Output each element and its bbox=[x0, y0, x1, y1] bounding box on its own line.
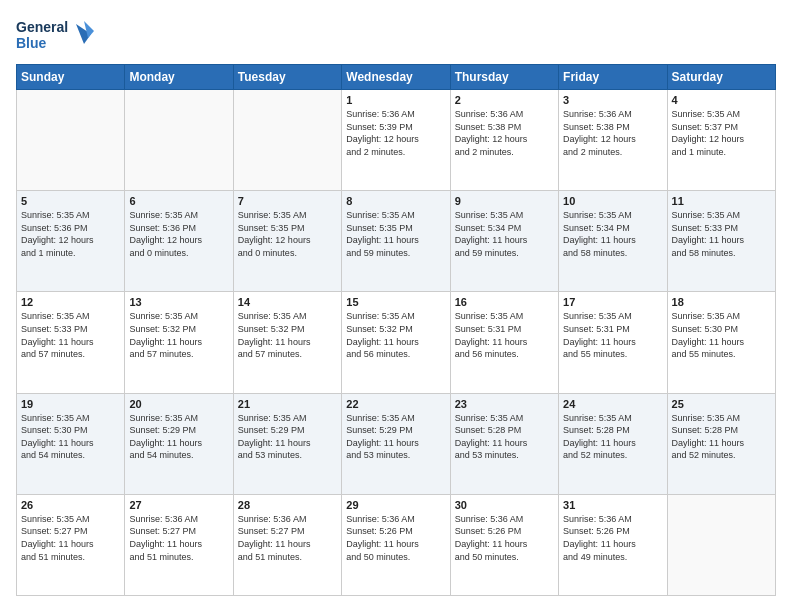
day-number: 3 bbox=[563, 94, 662, 106]
day-number: 22 bbox=[346, 398, 445, 410]
calendar-table: Sunday Monday Tuesday Wednesday Thursday… bbox=[16, 64, 776, 596]
day-number: 24 bbox=[563, 398, 662, 410]
calendar-week-row: 26Sunrise: 5:35 AM Sunset: 5:27 PM Dayli… bbox=[17, 494, 776, 595]
day-number: 16 bbox=[455, 296, 554, 308]
header-thursday: Thursday bbox=[450, 65, 558, 90]
calendar-cell: 16Sunrise: 5:35 AM Sunset: 5:31 PM Dayli… bbox=[450, 292, 558, 393]
day-info: Sunrise: 5:35 AM Sunset: 5:30 PM Dayligh… bbox=[21, 412, 120, 462]
day-info: Sunrise: 5:35 AM Sunset: 5:36 PM Dayligh… bbox=[21, 209, 120, 259]
calendar-cell: 28Sunrise: 5:36 AM Sunset: 5:27 PM Dayli… bbox=[233, 494, 341, 595]
header-saturday: Saturday bbox=[667, 65, 775, 90]
day-info: Sunrise: 5:36 AM Sunset: 5:26 PM Dayligh… bbox=[563, 513, 662, 563]
day-info: Sunrise: 5:35 AM Sunset: 5:32 PM Dayligh… bbox=[129, 310, 228, 360]
day-info: Sunrise: 5:36 AM Sunset: 5:26 PM Dayligh… bbox=[455, 513, 554, 563]
day-info: Sunrise: 5:35 AM Sunset: 5:31 PM Dayligh… bbox=[563, 310, 662, 360]
day-number: 1 bbox=[346, 94, 445, 106]
calendar-cell: 3Sunrise: 5:36 AM Sunset: 5:38 PM Daylig… bbox=[559, 90, 667, 191]
calendar-cell: 31Sunrise: 5:36 AM Sunset: 5:26 PM Dayli… bbox=[559, 494, 667, 595]
calendar-cell: 17Sunrise: 5:35 AM Sunset: 5:31 PM Dayli… bbox=[559, 292, 667, 393]
day-number: 6 bbox=[129, 195, 228, 207]
calendar-cell bbox=[233, 90, 341, 191]
calendar-cell bbox=[17, 90, 125, 191]
calendar-cell: 9Sunrise: 5:35 AM Sunset: 5:34 PM Daylig… bbox=[450, 191, 558, 292]
day-number: 26 bbox=[21, 499, 120, 511]
day-number: 29 bbox=[346, 499, 445, 511]
calendar-cell: 24Sunrise: 5:35 AM Sunset: 5:28 PM Dayli… bbox=[559, 393, 667, 494]
calendar-cell: 30Sunrise: 5:36 AM Sunset: 5:26 PM Dayli… bbox=[450, 494, 558, 595]
calendar-cell: 20Sunrise: 5:35 AM Sunset: 5:29 PM Dayli… bbox=[125, 393, 233, 494]
calendar-cell: 2Sunrise: 5:36 AM Sunset: 5:38 PM Daylig… bbox=[450, 90, 558, 191]
calendar-cell: 21Sunrise: 5:35 AM Sunset: 5:29 PM Dayli… bbox=[233, 393, 341, 494]
day-number: 8 bbox=[346, 195, 445, 207]
calendar-cell: 15Sunrise: 5:35 AM Sunset: 5:32 PM Dayli… bbox=[342, 292, 450, 393]
calendar-cell: 6Sunrise: 5:35 AM Sunset: 5:36 PM Daylig… bbox=[125, 191, 233, 292]
day-number: 19 bbox=[21, 398, 120, 410]
calendar-cell: 27Sunrise: 5:36 AM Sunset: 5:27 PM Dayli… bbox=[125, 494, 233, 595]
calendar-cell: 5Sunrise: 5:35 AM Sunset: 5:36 PM Daylig… bbox=[17, 191, 125, 292]
day-info: Sunrise: 5:36 AM Sunset: 5:27 PM Dayligh… bbox=[238, 513, 337, 563]
calendar-cell: 7Sunrise: 5:35 AM Sunset: 5:35 PM Daylig… bbox=[233, 191, 341, 292]
day-info: Sunrise: 5:35 AM Sunset: 5:30 PM Dayligh… bbox=[672, 310, 771, 360]
day-number: 14 bbox=[238, 296, 337, 308]
calendar-cell: 13Sunrise: 5:35 AM Sunset: 5:32 PM Dayli… bbox=[125, 292, 233, 393]
header-monday: Monday bbox=[125, 65, 233, 90]
header-wednesday: Wednesday bbox=[342, 65, 450, 90]
calendar-cell: 19Sunrise: 5:35 AM Sunset: 5:30 PM Dayli… bbox=[17, 393, 125, 494]
header: General Blue bbox=[16, 16, 776, 54]
day-number: 13 bbox=[129, 296, 228, 308]
header-sunday: Sunday bbox=[17, 65, 125, 90]
calendar-cell: 23Sunrise: 5:35 AM Sunset: 5:28 PM Dayli… bbox=[450, 393, 558, 494]
day-number: 31 bbox=[563, 499, 662, 511]
header-friday: Friday bbox=[559, 65, 667, 90]
day-number: 27 bbox=[129, 499, 228, 511]
svg-text:General: General bbox=[16, 19, 68, 35]
calendar-cell bbox=[125, 90, 233, 191]
day-number: 18 bbox=[672, 296, 771, 308]
calendar-cell: 29Sunrise: 5:36 AM Sunset: 5:26 PM Dayli… bbox=[342, 494, 450, 595]
day-info: Sunrise: 5:35 AM Sunset: 5:32 PM Dayligh… bbox=[238, 310, 337, 360]
day-number: 17 bbox=[563, 296, 662, 308]
header-tuesday: Tuesday bbox=[233, 65, 341, 90]
day-info: Sunrise: 5:35 AM Sunset: 5:33 PM Dayligh… bbox=[21, 310, 120, 360]
day-info: Sunrise: 5:35 AM Sunset: 5:28 PM Dayligh… bbox=[672, 412, 771, 462]
calendar-cell: 12Sunrise: 5:35 AM Sunset: 5:33 PM Dayli… bbox=[17, 292, 125, 393]
calendar-week-row: 12Sunrise: 5:35 AM Sunset: 5:33 PM Dayli… bbox=[17, 292, 776, 393]
calendar-week-row: 1Sunrise: 5:36 AM Sunset: 5:39 PM Daylig… bbox=[17, 90, 776, 191]
day-info: Sunrise: 5:35 AM Sunset: 5:29 PM Dayligh… bbox=[346, 412, 445, 462]
day-info: Sunrise: 5:35 AM Sunset: 5:27 PM Dayligh… bbox=[21, 513, 120, 563]
calendar-week-row: 19Sunrise: 5:35 AM Sunset: 5:30 PM Dayli… bbox=[17, 393, 776, 494]
calendar-cell: 1Sunrise: 5:36 AM Sunset: 5:39 PM Daylig… bbox=[342, 90, 450, 191]
day-info: Sunrise: 5:36 AM Sunset: 5:39 PM Dayligh… bbox=[346, 108, 445, 158]
day-info: Sunrise: 5:36 AM Sunset: 5:27 PM Dayligh… bbox=[129, 513, 228, 563]
day-number: 4 bbox=[672, 94, 771, 106]
page: General Blue Sunday Monday Tuesday Wedne… bbox=[0, 0, 792, 612]
day-info: Sunrise: 5:36 AM Sunset: 5:38 PM Dayligh… bbox=[563, 108, 662, 158]
day-number: 23 bbox=[455, 398, 554, 410]
calendar-cell: 10Sunrise: 5:35 AM Sunset: 5:34 PM Dayli… bbox=[559, 191, 667, 292]
day-info: Sunrise: 5:35 AM Sunset: 5:33 PM Dayligh… bbox=[672, 209, 771, 259]
day-info: Sunrise: 5:35 AM Sunset: 5:28 PM Dayligh… bbox=[563, 412, 662, 462]
logo-icon: General Blue bbox=[16, 16, 96, 54]
day-number: 30 bbox=[455, 499, 554, 511]
day-info: Sunrise: 5:35 AM Sunset: 5:29 PM Dayligh… bbox=[129, 412, 228, 462]
calendar-cell: 18Sunrise: 5:35 AM Sunset: 5:30 PM Dayli… bbox=[667, 292, 775, 393]
day-info: Sunrise: 5:35 AM Sunset: 5:34 PM Dayligh… bbox=[563, 209, 662, 259]
day-info: Sunrise: 5:36 AM Sunset: 5:26 PM Dayligh… bbox=[346, 513, 445, 563]
calendar-cell: 11Sunrise: 5:35 AM Sunset: 5:33 PM Dayli… bbox=[667, 191, 775, 292]
calendar-cell bbox=[667, 494, 775, 595]
day-number: 20 bbox=[129, 398, 228, 410]
day-number: 25 bbox=[672, 398, 771, 410]
day-number: 10 bbox=[563, 195, 662, 207]
calendar-cell: 22Sunrise: 5:35 AM Sunset: 5:29 PM Dayli… bbox=[342, 393, 450, 494]
day-number: 15 bbox=[346, 296, 445, 308]
calendar-cell: 26Sunrise: 5:35 AM Sunset: 5:27 PM Dayli… bbox=[17, 494, 125, 595]
calendar-cell: 25Sunrise: 5:35 AM Sunset: 5:28 PM Dayli… bbox=[667, 393, 775, 494]
day-number: 9 bbox=[455, 195, 554, 207]
weekday-header-row: Sunday Monday Tuesday Wednesday Thursday… bbox=[17, 65, 776, 90]
day-info: Sunrise: 5:35 AM Sunset: 5:35 PM Dayligh… bbox=[346, 209, 445, 259]
day-info: Sunrise: 5:35 AM Sunset: 5:31 PM Dayligh… bbox=[455, 310, 554, 360]
day-info: Sunrise: 5:35 AM Sunset: 5:32 PM Dayligh… bbox=[346, 310, 445, 360]
day-info: Sunrise: 5:35 AM Sunset: 5:37 PM Dayligh… bbox=[672, 108, 771, 158]
logo: General Blue bbox=[16, 16, 96, 54]
day-info: Sunrise: 5:35 AM Sunset: 5:29 PM Dayligh… bbox=[238, 412, 337, 462]
